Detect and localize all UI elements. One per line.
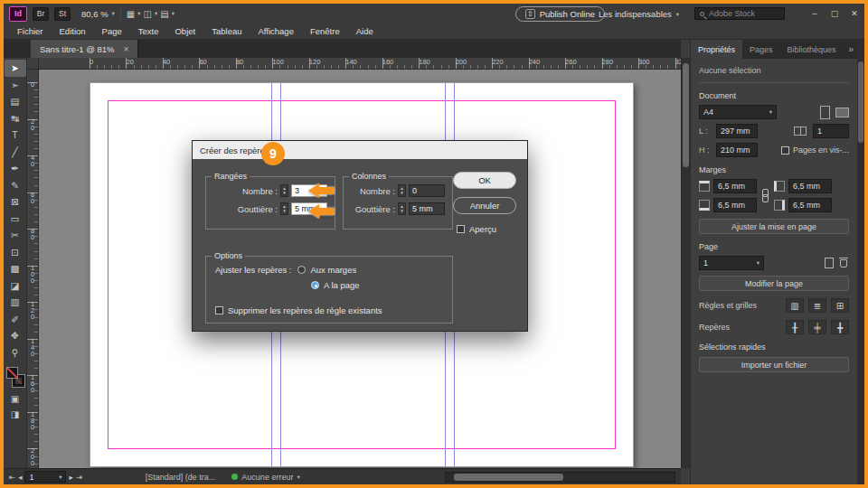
menu-item[interactable]: Page [94, 26, 130, 36]
column-guides-icon[interactable]: ╂ [786, 320, 804, 334]
orientation-portrait-button[interactable] [820, 106, 830, 119]
margin-right-field[interactable]: 6,5 mm [788, 198, 832, 212]
guides-options-icon[interactable]: ╋ [831, 320, 849, 334]
columns-number-stepper[interactable]: ▴ ▾ [398, 184, 406, 197]
first-page-button[interactable]: ⇤ [9, 473, 15, 482]
stepper-down-icon[interactable]: ▾ [283, 191, 286, 195]
menu-item[interactable]: Fenêtre [302, 26, 348, 36]
new-page-icon[interactable] [825, 258, 834, 268]
columns-gutter-input[interactable] [409, 202, 445, 215]
menu-item[interactable]: Fichier [9, 26, 52, 36]
publish-online-button[interactable]: ⇧ Publish Online [515, 6, 605, 22]
note-tool[interactable]: ▥ [5, 294, 26, 311]
stepper-down-icon[interactable]: ▾ [401, 209, 403, 213]
next-page-button[interactable]: ▸ [69, 473, 72, 482]
cancel-button[interactable]: Annuler [453, 197, 516, 214]
gradient-feather-tool[interactable]: ◪ [5, 277, 26, 295]
margin-bottom-field[interactable]: 6,5 mm [713, 198, 757, 212]
previous-page-button[interactable]: ◂ [18, 473, 22, 482]
fill-stroke-swatches[interactable] [6, 367, 24, 387]
rectangle-tool[interactable]: ▭ [5, 211, 26, 228]
document-grid-icon[interactable]: ⊞ [831, 298, 849, 313]
panel-scrollbar[interactable] [857, 40, 864, 484]
horizontal-scrollbar-thumb[interactable] [454, 474, 563, 481]
fit-margins-radio[interactable]: Aux marges [297, 265, 356, 275]
rectangle-frame-tool[interactable]: ⊠ [5, 193, 26, 211]
pen-tool[interactable]: ✒ [5, 160, 26, 177]
page-count-field[interactable]: 1 [813, 124, 849, 138]
workspace-dropdown[interactable]: Les indispensables ▾ [599, 7, 679, 21]
menu-item[interactable]: Aide [348, 26, 382, 36]
line-tool[interactable]: ╱ [5, 144, 26, 161]
orientation-landscape-button[interactable] [835, 108, 849, 117]
status-page-dropdown[interactable]: 1 ▾ [24, 471, 66, 483]
direct-selection-tool[interactable]: ➣ [5, 77, 26, 94]
document-preset-dropdown[interactable]: A4 ▾ [699, 105, 777, 119]
last-page-button[interactable]: ⇥ [76, 473, 82, 482]
tab-proprietes[interactable]: Propriétés [691, 40, 742, 59]
eyedropper-tool[interactable]: ✐ [5, 311, 26, 328]
vertical-scrollbar-thumb[interactable] [683, 63, 689, 167]
page-number-dropdown[interactable]: 1 ▾ [699, 256, 764, 270]
scissors-tool[interactable]: ✂ [5, 227, 26, 244]
import-file-button[interactable]: Importer un fichier [699, 357, 849, 372]
type-tool[interactable]: T [5, 127, 26, 144]
row-guides-icon[interactable]: ╪ [808, 320, 826, 334]
delete-page-icon[interactable] [840, 259, 847, 267]
tab-close-icon[interactable]: × [124, 44, 129, 54]
horizontal-ruler[interactable]: 0204060801001201401601802002202402602803… [39, 58, 681, 70]
baseline-grid-icon[interactable]: ≣ [808, 298, 826, 313]
ok-button[interactable]: OK [453, 172, 516, 189]
adobe-stock-search-input[interactable]: Adobe Stock [694, 7, 785, 20]
vertical-ruler[interactable]: 020406080100120140160180200 [27, 70, 39, 468]
hand-tool[interactable]: ✥ [5, 327, 26, 344]
default-fill-stroke-icon[interactable]: ▣ [11, 394, 19, 404]
width-field[interactable]: 297 mm [716, 124, 758, 138]
stepper-down-icon[interactable]: ▾ [401, 191, 403, 195]
rows-number-stepper[interactable]: ▴ ▾ [280, 184, 288, 197]
vertical-scrollbar[interactable] [681, 58, 690, 468]
menu-item[interactable]: Tableau [203, 26, 250, 36]
rows-gutter-stepper[interactable]: ▴ ▾ [280, 202, 288, 215]
margin-left-field[interactable]: 6,5 mm [788, 179, 832, 193]
tab-bibliotheques[interactable]: Bibliothèques [780, 40, 844, 59]
margin-top-field[interactable]: 6,5 mm [713, 179, 757, 193]
zoom-tool[interactable]: ⚲ [5, 344, 26, 361]
preview-checkbox[interactable]: Aperçu [457, 224, 496, 234]
preflight-profile-label[interactable]: [Standard] (de tra... [146, 473, 216, 482]
stepper-down-icon[interactable]: ▾ [283, 209, 286, 213]
fill-swatch[interactable] [6, 367, 18, 379]
link-margins-icon[interactable] [762, 189, 769, 202]
chevron-down-icon[interactable]: ▾ [297, 474, 299, 481]
edit-page-button[interactable]: Modifier la page [699, 276, 849, 291]
pencil-tool[interactable]: ✎ [5, 177, 26, 194]
selection-tool[interactable]: ➤ [5, 60, 26, 77]
close-button[interactable]: ✕ [844, 9, 864, 18]
menu-item[interactable]: Affichage [250, 26, 301, 36]
zoom-level-dropdown[interactable]: 80,6 % ▾ [81, 9, 115, 19]
menu-item[interactable]: Edition [52, 26, 94, 36]
facing-pages-checkbox[interactable]: Pages en vis-... [781, 145, 849, 155]
document-tab[interactable]: Sans titre-1 @ 81% × [31, 40, 138, 58]
dialog-titlebar[interactable]: Créer des repères [193, 141, 527, 159]
restore-button[interactable]: ▢ [825, 9, 844, 18]
page-tool[interactable]: ▤ [5, 93, 26, 110]
tab-pages[interactable]: Pages [742, 40, 780, 59]
bridge-button[interactable]: Br [33, 7, 49, 21]
height-field[interactable]: 210 mm [716, 143, 758, 157]
fit-page-radio[interactable]: A la page [311, 280, 452, 290]
adjust-layout-button[interactable]: Ajuster la mise en page [699, 219, 849, 234]
free-transform-tool[interactable]: ⊡ [5, 244, 26, 261]
columns-gutter-stepper[interactable]: ▴ ▾ [398, 202, 406, 215]
horizontal-scrollbar[interactable] [445, 472, 675, 483]
menu-item[interactable]: Objet [166, 26, 203, 36]
screen-mode-normal-icon[interactable]: ◨ [11, 409, 19, 419]
panel-overflow-icon[interactable]: » [844, 40, 857, 59]
panel-scrollbar-thumb[interactable] [858, 61, 863, 143]
gap-tool[interactable]: ↹ [5, 110, 26, 127]
minimize-button[interactable]: – [805, 9, 825, 18]
remove-existing-guides-checkbox[interactable]: Supprimer les repères de règle existants [215, 305, 382, 315]
ruler-origin-corner[interactable] [27, 58, 39, 70]
menu-item[interactable]: Texte [130, 26, 167, 36]
margins-columns-icon[interactable]: ▥ [786, 298, 804, 313]
